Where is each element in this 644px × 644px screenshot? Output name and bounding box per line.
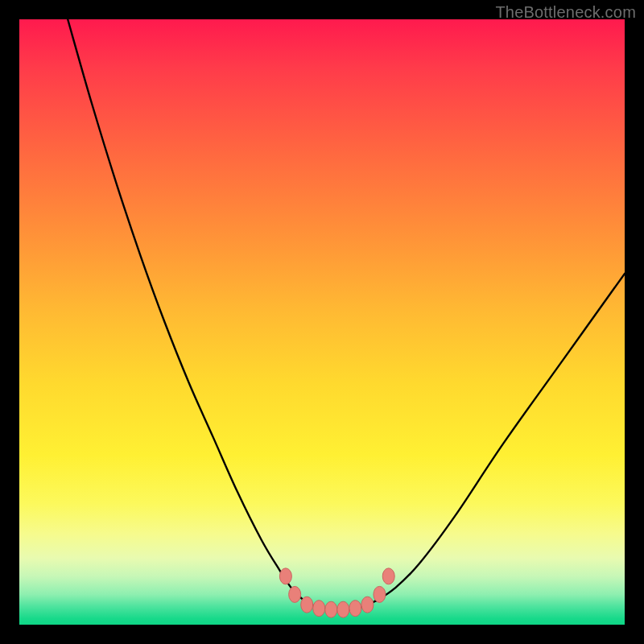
curve-layer	[19, 19, 625, 625]
valley-marker	[313, 601, 325, 617]
valley-marker	[374, 586, 386, 602]
valley-marker	[289, 586, 301, 602]
valley-marker	[325, 601, 337, 617]
valley-markers	[279, 568, 394, 617]
valley-marker	[301, 597, 313, 613]
valley-marker	[349, 601, 361, 617]
valley-marker	[361, 597, 374, 613]
valley-marker	[337, 601, 349, 617]
bottleneck-curve	[68, 19, 625, 610]
chart-frame: TheBottleneck.com	[0, 0, 644, 644]
plot-area	[19, 19, 625, 625]
valley-marker	[279, 568, 291, 584]
valley-marker	[382, 568, 394, 584]
watermark-text: TheBottleneck.com	[495, 3, 636, 22]
